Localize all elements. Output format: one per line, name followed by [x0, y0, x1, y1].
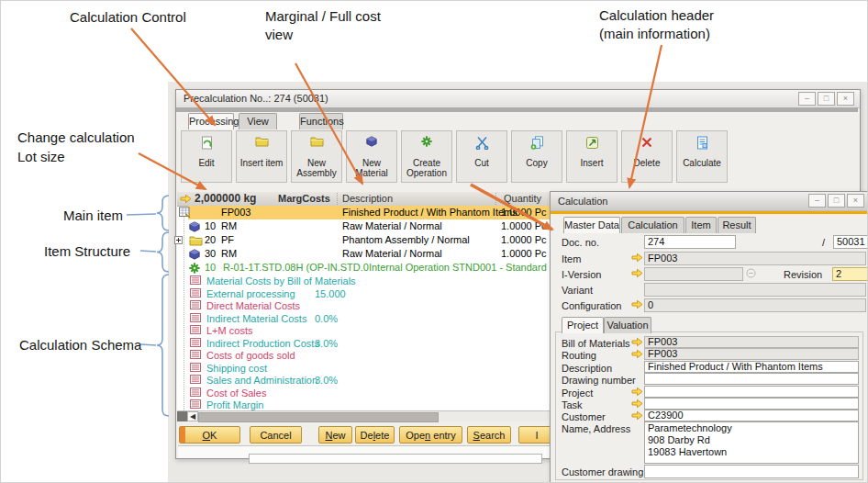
folder-icon	[237, 131, 286, 158]
i-version-field[interactable]	[644, 267, 743, 281]
close-icon[interactable]: ×	[837, 92, 854, 106]
toolbar-button-calculate[interactable]: Calculate	[676, 130, 728, 183]
toolbar-button-label: Create Operation	[402, 158, 451, 178]
yellow-arrow-icon[interactable]	[631, 268, 643, 278]
maximize-icon[interactable]: □	[818, 92, 835, 106]
toolbar-button-new-material[interactable]: New Material	[346, 130, 397, 183]
annotation-main-item: Main item	[63, 208, 123, 223]
toolbar-button-label: Cut	[457, 158, 506, 168]
calc-subtab-valuation[interactable]: Valuation	[604, 317, 651, 333]
arrow-left-icon[interactable]: ◀	[187, 411, 198, 421]
schema-icon	[190, 388, 201, 397]
doc-no2-field[interactable]: 50031	[833, 235, 868, 249]
configuration-field[interactable]: 0	[644, 298, 866, 312]
toolbar-button-insert-item[interactable]: Insert item	[236, 130, 287, 183]
column-divider	[337, 193, 338, 205]
minimize-icon[interactable]: –	[798, 92, 816, 106]
gold-accent-line	[551, 211, 868, 214]
scissors-icon	[457, 131, 506, 158]
annotation-marginal-line1: Marginal / Full cost	[265, 8, 381, 24]
calc-subtab-project[interactable]: Project	[562, 317, 604, 333]
calc-tab-item[interactable]: Item	[685, 217, 717, 233]
toolbar-button-label: Insert	[567, 158, 617, 168]
delete-button[interactable]: Delete	[355, 426, 395, 444]
yellow-arrow-icon[interactable]	[631, 349, 643, 359]
variant-field[interactable]	[644, 283, 866, 297]
yellow-arrow-icon[interactable]	[631, 399, 643, 409]
toolbar-button-edit[interactable]: Edit	[181, 130, 232, 183]
customer-drawing-field[interactable]	[644, 465, 859, 478]
row-item-code: RM	[221, 247, 237, 261]
ok-button[interactable]: OK	[179, 426, 240, 444]
toolbar-button-insert[interactable]: Insert	[566, 130, 618, 183]
close-icon[interactable]: ×	[847, 194, 864, 208]
grid-header-lot-size[interactable]: 2,000000 kg	[195, 193, 256, 205]
search-button[interactable]: Search	[467, 426, 511, 444]
schema-icon	[190, 300, 201, 309]
cancel-button[interactable]: Cancel	[250, 426, 302, 444]
minimize-icon[interactable]: –	[808, 194, 826, 208]
row-description: Phantom Assembly / Normal	[342, 233, 470, 247]
drawing-number-field[interactable]	[644, 373, 859, 385]
toolbar-button-copy[interactable]: Copy	[511, 130, 562, 183]
project-field[interactable]	[644, 386, 859, 398]
yellow-arrow-icon[interactable]	[631, 253, 643, 263]
maximize-icon[interactable]: □	[828, 194, 845, 208]
grid-header-quantity[interactable]: Quantity	[504, 193, 541, 205]
revision-label: Revision	[784, 269, 822, 281]
schema-icon	[190, 363, 201, 372]
annotation-item-structure: Item Structure	[44, 243, 130, 259]
grid-header-description[interactable]: Description	[342, 193, 393, 205]
row-quantity: 1.0000 Pc	[501, 233, 547, 247]
gear-icon	[189, 263, 200, 274]
row-description: R-01-1T.STD.08H (OP-IN.STD.0Internal Ope…	[223, 261, 578, 275]
calc-tab-master-data[interactable]: Master Data	[563, 217, 620, 233]
description-field[interactable]: Finished Product / With Phantom Items	[644, 361, 859, 373]
row-description: Raw Material / Normal	[342, 219, 442, 233]
docked-resize-bar[interactable]	[249, 454, 542, 464]
grid-header-cost-view[interactable]: MargCosts	[278, 193, 330, 205]
name-address-field[interactable]: Parametechnology 908 Darby Rd 19083 Have…	[644, 421, 859, 464]
toolbar-button-create-operation[interactable]: Create Operation	[401, 130, 452, 183]
i-version-label: I-Version	[562, 269, 601, 281]
row-position: 20	[205, 233, 216, 247]
toolbar-button-new-assembly[interactable]: New Assembly	[291, 130, 342, 183]
doc-no-label: Doc. no.	[562, 237, 599, 249]
yellow-arrow-icon[interactable]	[631, 337, 643, 347]
routing-field[interactable]: FP003	[644, 348, 859, 360]
calc-tab-calculation[interactable]: Calculation	[621, 217, 684, 233]
yellow-arrow-icon[interactable]	[631, 299, 643, 309]
toolbar-button-cut[interactable]: Cut	[456, 130, 507, 183]
copy-icon	[512, 131, 562, 158]
customer-field[interactable]: C23900	[644, 410, 859, 421]
item-field[interactable]: FP003	[644, 252, 866, 265]
schema-icon	[190, 399, 201, 409]
yellow-arrow-icon[interactable]	[631, 387, 643, 397]
plus-expander-icon[interactable]	[174, 236, 183, 244]
options-circle-icon[interactable]	[746, 268, 756, 278]
task-field[interactable]	[644, 398, 859, 410]
revision-field[interactable]: 2	[832, 267, 868, 281]
bill-of-materials-label: Bill of Materials	[562, 338, 630, 350]
doc-no-field[interactable]: 274	[644, 235, 736, 249]
annotation-calculation-control: Calculation Control	[70, 9, 186, 25]
folder-icon	[292, 131, 341, 158]
tab-processing[interactable]: Processing	[188, 113, 234, 129]
new-button[interactable]: New	[318, 426, 352, 444]
schema-icon	[190, 325, 201, 334]
scrollbar-thumb[interactable]	[198, 412, 439, 422]
name-address-label: Name, Address	[562, 423, 630, 435]
yellow-arrow-icon[interactable]	[631, 410, 643, 421]
toolbar-button-delete[interactable]: Delete	[621, 130, 673, 183]
bill-of-materials-field[interactable]: FP003	[644, 336, 859, 348]
calc-tab-result[interactable]: Result	[718, 217, 756, 233]
toolbar-button-label: Insert item	[237, 158, 286, 168]
routing-label: Routing	[562, 350, 596, 362]
tab-functions[interactable]: Functions	[299, 113, 343, 129]
edit-icon	[182, 131, 231, 158]
tab-view[interactable]: View	[239, 113, 277, 129]
open-entry-button[interactable]: Open entry	[399, 426, 462, 444]
scrollbar-corner	[177, 411, 187, 421]
precalc-titlebar[interactable]: Precalculation No..: 274 (50031)	[176, 90, 860, 108]
drawing-number-label: Drawing number	[562, 375, 636, 387]
